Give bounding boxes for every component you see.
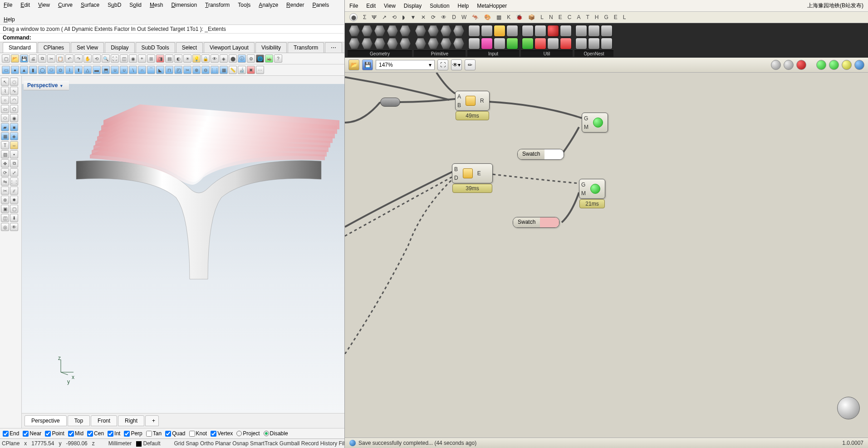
menu-subd[interactable]: SubD [107,1,122,9]
circle-icon[interactable]: ○ [1,96,9,104]
new-icon[interactable]: ▢ [2,54,10,63]
tab-e2[interactable]: E [614,14,618,20]
preview-point-icon[interactable] [854,60,864,70]
undo-icon[interactable]: ↶ [65,54,74,63]
subd-icon[interactable]: ◈ [10,132,18,140]
truncated-icon[interactable]: ⬒ [102,66,110,74]
cut-icon[interactable]: ✂ [47,54,55,63]
render-icon[interactable]: ☀ [183,54,191,63]
comp-icon[interactable] [506,38,518,49]
tab-t[interactable]: T [586,14,589,20]
gh-menu-solution[interactable]: Solution [430,3,449,9]
osnap-int[interactable]: Int [108,430,120,437]
pipe-icon[interactable]: ⌇ [65,66,74,74]
viewport-dropdown-icon[interactable] [60,82,63,89]
swatch-color[interactable] [540,217,559,227]
save-icon[interactable]: 💾 [20,54,28,63]
rotate-view-icon[interactable]: ⟲ [93,54,101,63]
comp-icon[interactable] [588,25,600,37]
gh-menu-help[interactable]: Help [458,3,469,9]
zoom-icon[interactable]: 🔍 [102,54,110,63]
boss-icon[interactable]: ⊕ [192,66,201,74]
tab-curve-icon[interactable]: ⟲ [392,14,397,20]
comp-icon[interactable] [399,25,411,37]
4view-icon[interactable]: ⊞ [147,54,155,63]
comp-icon[interactable] [453,25,465,37]
ellipsoid-icon[interactable]: ⬭ [47,66,55,74]
osnap-point[interactable]: Point [45,430,64,437]
comp-icon[interactable] [575,38,587,49]
status-layer[interactable]: Default [143,440,160,447]
print-icon[interactable]: 🖨 [29,54,37,63]
split-icon[interactable]: ⫽ [10,187,18,195]
perspective-viewport[interactable]: z x y [22,84,344,413]
osnap-cen[interactable]: Cen [87,430,104,437]
osnap-quad[interactable]: Quad [165,430,185,437]
comp-icon[interactable] [348,38,360,49]
wire-mode-icon[interactable] [771,60,781,70]
comp-icon[interactable] [361,25,373,37]
slab-icon[interactable]: ▬ [93,66,101,74]
help-icon[interactable]: ? [274,54,282,63]
paste-icon[interactable]: 📋 [56,54,64,63]
osnap-mid[interactable]: Mid [68,430,83,437]
sel-icon[interactable]: ◎ [1,223,9,231]
swatch-color[interactable] [544,149,564,159]
mesh-icon[interactable]: ▦ [1,132,9,140]
comp-icon[interactable] [535,25,546,37]
ellipse-icon[interactable]: ⬭ [1,114,9,122]
view-tab-perspective[interactable]: Perspective [25,415,67,426]
zoom-extents-icon[interactable]: ⛶ [111,54,119,63]
save-file-icon[interactable]: 💾 [362,59,373,70]
cplane-icon[interactable]: ◨ [156,54,164,63]
tab-tree-icon[interactable]: 𝚿 [372,14,377,20]
mirror-icon[interactable]: ⇋ [1,177,9,186]
preview-toggle-icon[interactable]: 👁▾ [451,59,462,70]
osnap-near[interactable]: Near [23,430,41,437]
menu-dimension[interactable]: Dimension [170,1,198,9]
text-icon[interactable]: T [1,141,9,149]
hole-icon[interactable]: ⊖ [201,66,210,74]
osnap-perp[interactable]: Perp [124,430,142,437]
sphere-icon[interactable]: ● [11,66,19,74]
view-tab-right[interactable]: Right [118,415,144,426]
osnap-disable[interactable]: Disable [264,430,288,437]
swatch-white[interactable]: Swatch [517,149,564,160]
tab-n[interactable]: N [549,14,553,20]
tab-e[interactable]: E [559,14,562,20]
tab-intersect-icon[interactable]: ✕ [421,14,426,20]
explode-icon[interactable]: ✸ [10,196,18,204]
comp-icon[interactable] [427,38,439,49]
properties-icon[interactable]: ⓘ [238,54,246,63]
gh-canvas[interactable]: AB R 49ms BD E 39ms GM GM 21ms Swatch Sw… [345,73,868,438]
options-icon[interactable]: ⚙ [247,54,255,63]
comp-icon[interactable] [453,38,465,49]
tab-d[interactable]: D [452,14,456,20]
preview-boundary-icon[interactable] [842,60,852,70]
osnap-vertex[interactable]: Vertex [211,430,233,437]
comp-icon[interactable] [601,38,613,49]
pyramid-icon[interactable]: △ [83,66,92,74]
spiral-icon[interactable]: ◉ [10,114,18,122]
menu-tools[interactable]: Tools [237,1,251,9]
comp-icon[interactable] [415,25,427,37]
comp-icon[interactable] [535,38,546,49]
tab-sigma-icon[interactable]: Σ [363,14,366,20]
menu-curve[interactable]: Curve [57,1,74,9]
gh-menu-metahopper[interactable]: MetaHopper [477,3,507,9]
comp-icon[interactable] [494,25,505,37]
comp-icon[interactable] [427,25,439,37]
redo-icon[interactable]: ↷ [74,54,83,63]
zoom-select[interactable]: 147%▾ [376,60,435,70]
viewport-title-bar[interactable]: Perspective [24,81,69,90]
tab-set-view[interactable]: Set View [71,42,104,53]
command-line[interactable]: Command: [0,34,344,42]
comp-icon[interactable] [601,25,613,37]
menu-analyze[interactable]: Analyze [258,1,279,9]
torus-icon[interactable]: ◯ [38,66,46,74]
intersection-icon[interactable]: ∩ [138,66,146,74]
comp-icon[interactable] [374,25,386,37]
swatch-pink[interactable]: Swatch [513,217,559,228]
chamfer-icon[interactable]: ◣ [156,66,164,74]
analyze-icon[interactable]: 🔬 [238,66,246,74]
